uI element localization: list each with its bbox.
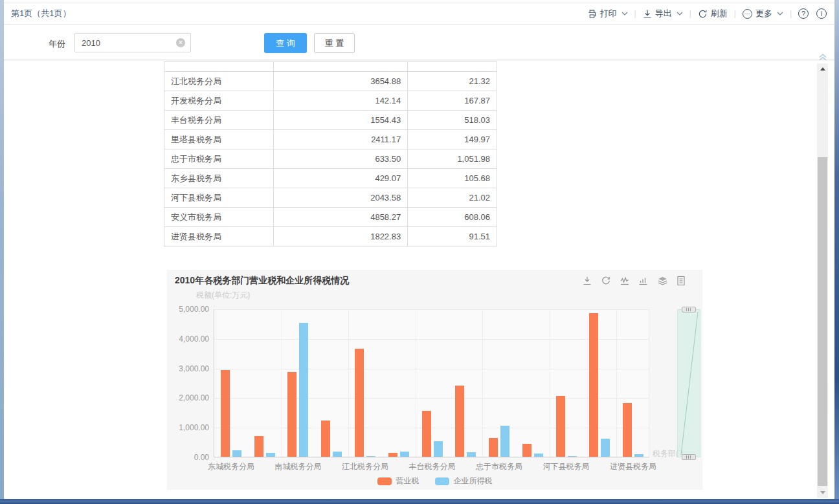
scroll-down-arrow[interactable] xyxy=(817,487,828,498)
bar-营业税-5 xyxy=(388,453,397,457)
gridline xyxy=(550,309,550,457)
chevron-down-icon xyxy=(777,12,783,16)
y-tick-label: 2,000.00 xyxy=(179,393,209,402)
help-icon[interactable]: ? xyxy=(798,8,809,19)
clear-input-icon[interactable]: ✕ xyxy=(176,38,185,47)
printer-icon xyxy=(587,9,597,19)
gridline xyxy=(214,339,649,340)
line-chart-icon[interactable] xyxy=(620,276,630,286)
table-cell: 4858.27 xyxy=(273,208,408,227)
table-cell: 142.14 xyxy=(273,91,408,111)
bar-营业税-3 xyxy=(321,421,330,457)
more-button[interactable]: ... 更多 xyxy=(743,8,783,19)
scroll-up-arrow[interactable] xyxy=(817,63,828,74)
more-ellipsis-icon: ... xyxy=(743,9,752,19)
table-cell: 1554.43 xyxy=(273,111,408,130)
bar-营业税-0 xyxy=(221,370,230,457)
bar-营业税-11 xyxy=(589,313,598,457)
y-tick-label: 0.00 xyxy=(194,453,209,462)
table-cell: 2043.58 xyxy=(273,188,408,208)
gridline xyxy=(214,428,649,428)
year-label: 年份 xyxy=(49,38,65,50)
x-tick-label: 进贤县税务局 xyxy=(610,461,656,472)
table-row: 江北税务分局3654.8821.32 xyxy=(164,72,497,91)
toolbar-divider: | xyxy=(790,9,792,18)
bar-企业所得税-3 xyxy=(333,452,342,457)
datazoom-slider[interactable] xyxy=(677,309,700,457)
bar-营业税-6 xyxy=(422,411,431,457)
table-cell: 里塔县税务局 xyxy=(164,130,274,149)
pagination-status: 第1页（共1页） xyxy=(11,8,71,19)
grip-icon xyxy=(686,308,691,311)
chart-toolbar xyxy=(582,276,686,286)
chart-title: 2010年各税务部门营业税和企业所得税情况 xyxy=(175,275,349,287)
table-row: 进贤县税务局1822.8391.51 xyxy=(164,227,497,247)
legend-swatch-icon xyxy=(377,477,392,485)
bar-营业税-7 xyxy=(455,386,464,457)
window-border-left xyxy=(0,0,4,504)
report-content: 江北税务分局3654.8821.32开发税务分局142.14167.87丰台税务… xyxy=(4,61,834,499)
bar-营业税-1 xyxy=(254,436,263,457)
bar-企业所得税-4 xyxy=(366,456,375,457)
table-row: 安义市税务局4858.27608.06 xyxy=(164,208,497,227)
scrollbar-thumb[interactable] xyxy=(818,157,827,486)
legend-label: 营业税 xyxy=(396,476,420,487)
print-button[interactable]: 打印 xyxy=(587,8,628,19)
datazoom-top-handle[interactable] xyxy=(682,307,696,312)
window-border-bottom xyxy=(0,499,839,504)
refresh-chart-icon[interactable] xyxy=(601,276,611,286)
table-row: 里塔县税务局2411.17149.97 xyxy=(164,130,497,149)
table-row: 丰台税务分局1554.43518.03 xyxy=(164,111,497,130)
toolbar-divider: | xyxy=(734,9,736,18)
table-row: 河下县税务局2043.5821.02 xyxy=(164,188,497,208)
bar-企业所得税-9 xyxy=(534,454,543,457)
gridline xyxy=(282,309,282,457)
table-row-partial xyxy=(164,62,497,72)
triangle-down-icon xyxy=(820,491,825,494)
gridline xyxy=(348,309,349,457)
x-tick-label: 河下县税务局 xyxy=(543,461,590,472)
toolbar-tools: 打印 | 导出 | xyxy=(587,8,827,19)
bar-企业所得税-6 xyxy=(434,441,443,457)
search-button[interactable]: 查 询 xyxy=(264,33,307,53)
data-view-icon[interactable] xyxy=(677,276,686,286)
y-tick-label: 1,000.00 xyxy=(179,423,209,432)
table-cell: 开发税务分局 xyxy=(164,91,274,111)
info-icon[interactable]: i xyxy=(816,8,827,19)
table-cell: 91.51 xyxy=(408,227,497,247)
x-tick-label: 南城税务分局 xyxy=(274,461,321,472)
vertical-scrollbar[interactable] xyxy=(817,63,828,498)
table-cell: 江北税务分局 xyxy=(164,72,274,91)
x-tick-label: 丰台税务分局 xyxy=(409,461,456,472)
table-cell: 608.06 xyxy=(408,208,497,227)
table-cell: 21.02 xyxy=(408,188,497,208)
chart-legend: 营业税企业所得税 xyxy=(167,476,702,487)
query-bar: 年份 ✕ 查 询 重 置 xyxy=(4,25,834,60)
table-row: 开发税务分局142.14167.87 xyxy=(164,91,497,111)
datazoom-bottom-handle[interactable] xyxy=(682,454,696,460)
bar-chart-icon[interactable] xyxy=(638,276,649,286)
reset-button[interactable]: 重 置 xyxy=(314,33,355,53)
layers-icon[interactable] xyxy=(657,276,668,286)
toolbar-divider: | xyxy=(689,9,691,18)
year-input[interactable] xyxy=(74,33,191,52)
y-tick-label: 5,000.00 xyxy=(179,305,209,314)
table-cell: 518.03 xyxy=(408,111,497,130)
bar-企业所得税-7 xyxy=(467,452,476,457)
bar-企业所得税-0 xyxy=(232,450,241,457)
report-page: 第1页（共1页） 打印 | xyxy=(4,0,834,499)
app-window: 第1页（共1页） 打印 | xyxy=(0,0,839,504)
legend-swatch-icon xyxy=(435,477,449,485)
top-toolbar: 第1页（共1页） 打印 | xyxy=(4,3,834,25)
legend-item-企业所得税[interactable]: 企业所得税 xyxy=(435,476,493,487)
legend-item-营业税[interactable]: 营业税 xyxy=(377,476,420,487)
bar-营业税-9 xyxy=(522,444,531,457)
table-cell: 忠于市税务局 xyxy=(164,149,274,169)
bar-营业税-8 xyxy=(489,438,498,457)
refresh-button[interactable]: 刷新 xyxy=(698,8,728,19)
chart-plot-area: 0.001,000.002,000.003,000.004,000.005,00… xyxy=(214,309,649,457)
chevron-down-icon xyxy=(677,12,683,16)
export-image-icon[interactable] xyxy=(582,276,592,286)
collapse-query-pane-button[interactable] xyxy=(816,51,830,62)
export-button[interactable]: 导出 xyxy=(643,8,683,19)
